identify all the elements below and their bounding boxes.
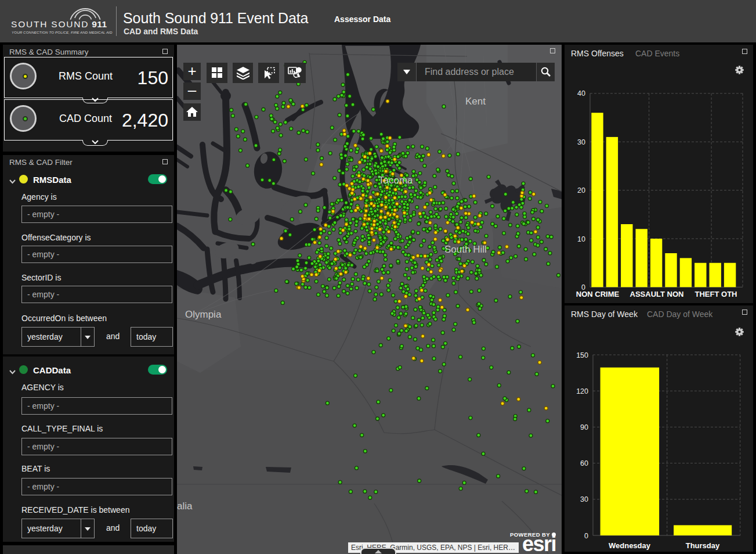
svg-text:Wednesday: Wednesday <box>609 541 651 550</box>
svg-text:90: 90 <box>580 423 588 431</box>
svg-text:30: 30 <box>580 495 588 503</box>
svg-text:Thursday: Thursday <box>686 541 720 550</box>
svg-text:20: 20 <box>577 186 585 195</box>
svg-text:120: 120 <box>576 387 588 395</box>
svg-text:40: 40 <box>577 89 585 98</box>
svg-text:NON CRIME: NON CRIME <box>576 290 620 298</box>
svg-text:ASSAULT NON: ASSAULT NON <box>630 290 684 298</box>
svg-text:THEFT OTH: THEFT OTH <box>695 290 737 298</box>
svg-text:60: 60 <box>580 459 588 467</box>
svg-text:0: 0 <box>584 532 588 540</box>
svg-text:10: 10 <box>577 235 585 243</box>
svg-text:150: 150 <box>576 351 588 359</box>
svg-text:30: 30 <box>577 138 585 146</box>
